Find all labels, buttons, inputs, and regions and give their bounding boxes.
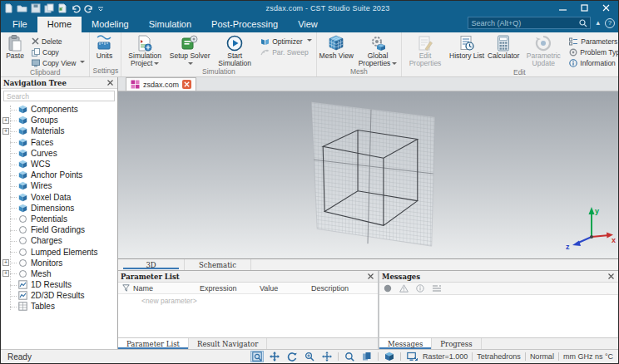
- open-icon[interactable]: [17, 3, 27, 13]
- select-tool-icon[interactable]: [250, 351, 264, 362]
- new-parameter-row[interactable]: <new parameter>: [118, 294, 378, 305]
- tree-item-voxel-data[interactable]: Voxel Data: [1, 192, 117, 203]
- tree-item-field-gradings[interactable]: Field Gradings: [1, 224, 117, 235]
- delete-button[interactable]: Delete: [29, 36, 87, 47]
- expand-icon[interactable]: [2, 117, 9, 124]
- search-box[interactable]: [468, 17, 591, 29]
- messages-close-button[interactable]: [607, 272, 616, 281]
- calculator-button[interactable]: Calculator: [486, 33, 521, 68]
- tree-item-faces[interactable]: Faces: [1, 137, 117, 148]
- close-button[interactable]: [595, 2, 617, 14]
- expand-icon[interactable]: [2, 270, 9, 277]
- parameter-list-close-button[interactable]: [366, 272, 375, 281]
- start-simulation-button[interactable]: Start Simulation: [212, 33, 257, 67]
- tab-file[interactable]: File: [2, 17, 37, 32]
- tree-item-potentials[interactable]: Potentials: [1, 214, 117, 224]
- document-tab-close-button[interactable]: [182, 80, 191, 89]
- tree-search-input[interactable]: [7, 92, 111, 101]
- column-header-expression[interactable]: Expression: [200, 284, 260, 293]
- mesh-type-value[interactable]: Tetrahedrons: [477, 352, 521, 361]
- tab-modeling[interactable]: Modeling: [82, 17, 139, 32]
- tree-search-box[interactable]: [3, 91, 115, 101]
- tab-simulation[interactable]: Simulation: [139, 17, 201, 32]
- expand-icon[interactable]: [2, 128, 9, 135]
- tree-item-materials[interactable]: Materials: [1, 125, 117, 136]
- paste-button[interactable]: Paste: [2, 33, 28, 68]
- tree-item-monitors[interactable]: Monitors: [1, 258, 117, 268]
- message-list-icon[interactable]: [432, 284, 442, 293]
- redo-icon[interactable]: [84, 3, 94, 13]
- undo-icon[interactable]: [71, 3, 81, 13]
- copy-button[interactable]: Copy: [29, 47, 87, 57]
- simulation-project-button[interactable]: Simulation Project: [122, 33, 167, 67]
- tab-result-navigator[interactable]: Result Navigator: [189, 338, 267, 349]
- tab-progress[interactable]: Progress: [432, 338, 481, 349]
- search-input[interactable]: [471, 19, 579, 27]
- new-file-icon[interactable]: [4, 3, 13, 13]
- tab-parameter-list[interactable]: Parameter List: [118, 338, 189, 349]
- tree-item-anchor-points[interactable]: Anchor Points: [1, 170, 117, 180]
- warnings-filter-icon[interactable]: [399, 284, 409, 293]
- navigation-tree-close-button[interactable]: [106, 78, 115, 87]
- tab-home[interactable]: Home: [37, 17, 82, 32]
- tab-view[interactable]: View: [288, 17, 328, 32]
- qat-customize-icon[interactable]: [97, 4, 104, 12]
- tree-item-wires[interactable]: Wires: [1, 180, 117, 191]
- par-sweep-button[interactable]: Par. Sweep: [258, 47, 314, 57]
- view-tab-3d[interactable]: 3D: [118, 259, 185, 270]
- dynamic-zoom-tool-icon[interactable]: [320, 351, 334, 362]
- parameters-button[interactable]: Parameters: [567, 36, 618, 47]
- pick-points-icon[interactable]: [360, 351, 374, 362]
- zoom-tool-icon[interactable]: [303, 351, 316, 362]
- document-tab-active[interactable]: zsdax.com: [126, 77, 196, 91]
- column-header-value[interactable]: Value: [260, 284, 311, 293]
- global-properties-button[interactable]: Global Properties: [355, 33, 400, 67]
- tree-item-components[interactable]: Components: [1, 104, 117, 115]
- tree-item-charges[interactable]: Charges: [1, 235, 117, 246]
- minimize-button[interactable]: [552, 2, 573, 14]
- units-value[interactable]: mm GHz ns °C: [563, 352, 613, 361]
- tree-item-2d3d-results[interactable]: 2D/3D Results: [1, 290, 117, 301]
- copy-view-button[interactable]: Copy View: [29, 57, 87, 68]
- messages-body[interactable]: [379, 295, 618, 337]
- parametric-update-button[interactable]: Parametric Update: [521, 33, 566, 68]
- errors-filter-icon[interactable]: [384, 284, 392, 293]
- maximize-button[interactable]: [573, 2, 595, 14]
- info-filter-icon[interactable]: [416, 284, 424, 293]
- help-icon[interactable]: [605, 18, 615, 28]
- tree-item-groups[interactable]: Groups: [1, 115, 117, 125]
- column-header-description[interactable]: Description: [311, 284, 378, 293]
- rotate-tool-icon[interactable]: [285, 351, 299, 362]
- tab-post-processing[interactable]: Post-Processing: [201, 17, 288, 32]
- information-button[interactable]: Information: [567, 57, 618, 68]
- magnifier-icon[interactable]: [343, 351, 356, 362]
- filter-icon[interactable]: [118, 284, 133, 292]
- bounding-box-icon[interactable]: [383, 351, 396, 362]
- problem-type-button[interactable]: Problem Type: [567, 47, 618, 57]
- save-icon[interactable]: [31, 3, 41, 13]
- accuracy-value[interactable]: Normal: [530, 352, 554, 361]
- edit-properties-button[interactable]: Edit Properties: [403, 33, 448, 68]
- setup-solver-button[interactable]: Setup Solver: [167, 33, 212, 67]
- tree-item-curves[interactable]: Curves: [1, 148, 117, 159]
- tab-messages[interactable]: Messages: [379, 338, 432, 349]
- 3d-viewport[interactable]: y x z: [118, 91, 618, 258]
- column-header-name[interactable]: Name: [133, 284, 200, 293]
- tree-item-dimensions[interactable]: Dimensions: [1, 203, 117, 214]
- tree-item-wcs[interactable]: WCS: [1, 159, 117, 170]
- expand-icon[interactable]: [2, 259, 9, 266]
- tree-item-lumped-elements[interactable]: Lumped Elements: [1, 246, 117, 257]
- tree-item-mesh[interactable]: Mesh: [1, 268, 117, 279]
- units-button[interactable]: Units: [91, 33, 117, 66]
- tree-item-tables[interactable]: Tables: [1, 301, 117, 312]
- tree-item-1d-results[interactable]: 1D Results: [1, 279, 117, 290]
- parameter-table-body[interactable]: <new parameter>: [118, 294, 378, 337]
- pan-tool-icon[interactable]: [268, 351, 281, 362]
- import-icon[interactable]: [57, 3, 67, 13]
- mesh-view-button[interactable]: Mesh View: [318, 33, 355, 67]
- copy-icon[interactable]: [44, 3, 54, 13]
- optimizer-button[interactable]: Optimizer: [258, 36, 314, 47]
- raster-display-icon[interactable]: [405, 351, 418, 362]
- collapse-ribbon-icon[interactable]: [596, 19, 600, 27]
- view-tab-schematic[interactable]: Schematic: [185, 259, 251, 270]
